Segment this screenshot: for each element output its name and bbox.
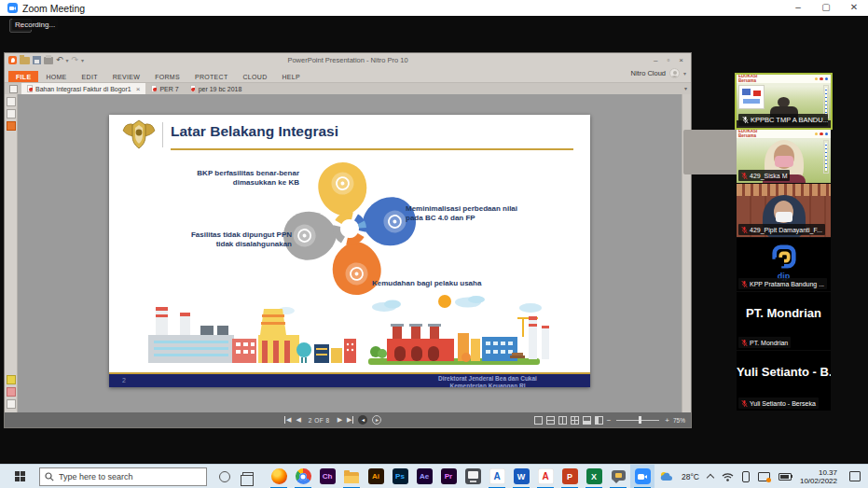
powerpoint-icon: P (562, 468, 578, 484)
header-divider (162, 122, 163, 147)
new-tab-icon[interactable] (9, 85, 18, 93)
attachments-panel-icon[interactable] (7, 387, 16, 397)
taskbar-app-powerpoint[interactable]: P (558, 465, 582, 488)
nitro-minimize-button[interactable]: – (654, 56, 657, 64)
open-icon[interactable] (20, 57, 30, 64)
character-animator-icon: Ch (320, 468, 336, 484)
participant-video-kpp-pratama[interactable]: djp KPP Pratama Bandung ... (737, 238, 831, 291)
taskbar-app-file-explorer[interactable] (339, 465, 364, 488)
undo-dropdown-icon[interactable]: ▾ (66, 57, 69, 63)
taskbar-app-character-animator[interactable]: Ch (315, 465, 339, 488)
slide-page: Latar Belakang Integrasi (109, 115, 590, 387)
document-scrollbar[interactable] (682, 94, 691, 412)
output-panel-icon[interactable] (7, 399, 16, 409)
ribbon-collapse-icon[interactable]: ▾ (684, 85, 687, 91)
zoom-slider-thumb[interactable] (639, 416, 641, 424)
wifi-icon[interactable] (722, 472, 734, 481)
account-avatar[interactable] (669, 68, 680, 78)
ribbon-tab-forms[interactable]: FORMS (147, 71, 187, 82)
taskbar-app-firefox[interactable] (267, 465, 291, 488)
next-page-button[interactable]: ▶ (338, 416, 342, 424)
taskbar-app-chrome[interactable] (291, 465, 315, 488)
doc-tab-bahan-integrasi[interactable]: Bahan Integrasi Faktur di Bogor1 × (21, 83, 145, 94)
select-tool-icon[interactable]: ▾ (81, 57, 84, 63)
maximize-button[interactable]: ▢ (812, 0, 840, 16)
bookmarks-panel-icon[interactable] (7, 121, 16, 131)
ribbon-tab-file[interactable]: FILE (8, 71, 38, 82)
ribbon-tab-review[interactable]: REVIEW (105, 71, 147, 82)
view-continuous-icon[interactable] (546, 416, 555, 425)
taskbar-app-screen-recorder[interactable] (461, 465, 485, 488)
mic-off-icon (741, 226, 748, 234)
taskbar-app-photoshop[interactable]: Ps (388, 465, 412, 488)
nitro-logo-icon[interactable] (8, 56, 17, 64)
view-fit-width-icon[interactable] (583, 416, 591, 425)
label-gray-item: Fasilitas tidak dipungut PPNtidak disala… (146, 230, 292, 249)
ribbon-tab-edit[interactable]: EDIT (75, 71, 105, 82)
zoom-in-button[interactable]: + (665, 416, 669, 425)
taskbar-app-word[interactable]: W (509, 465, 533, 488)
doc-tab-per19[interactable]: per 19 bc 2018 (185, 83, 248, 94)
minimize-button[interactable]: – (784, 0, 812, 16)
taskbar-app-premiere[interactable]: Pr (436, 465, 461, 488)
zoom-slider[interactable] (616, 420, 659, 421)
previous-page-button[interactable]: ◀ (296, 416, 300, 424)
print-icon[interactable] (44, 57, 53, 64)
first-page-button[interactable]: ◀ (284, 416, 291, 424)
task-view-icon[interactable] (242, 472, 254, 481)
display-notification-icon[interactable] (758, 472, 770, 481)
ribbon-tab-home[interactable]: HOME (38, 71, 74, 82)
temperature-label[interactable]: 28°C (682, 472, 699, 481)
save-icon[interactable] (33, 56, 41, 64)
view-facing-icon[interactable] (558, 416, 567, 425)
ribbon-tab-help[interactable]: HELP (275, 71, 309, 82)
taskbar-app-autodesk[interactable]: A (485, 465, 509, 488)
weather-icon[interactable] (660, 471, 673, 481)
nitro-restore-button[interactable]: ▫ (667, 56, 669, 64)
taskbar-app-after-effects[interactable]: Ae (412, 465, 436, 488)
ribbon-tab-cloud[interactable]: CLOUD (235, 71, 274, 82)
page-indicator[interactable]: 2 OF 8 (306, 417, 333, 424)
comments-panel-icon[interactable] (7, 375, 16, 384)
signature-panel-icon[interactable] (7, 109, 16, 119)
taskbar-app-illustrator[interactable]: Ai (364, 465, 388, 488)
history-forward-button[interactable]: ▸ (372, 415, 381, 425)
taskbar-app-zoom[interactable] (630, 465, 654, 488)
close-tab-icon[interactable]: × (136, 85, 141, 93)
search-input[interactable] (59, 472, 189, 481)
battery-icon[interactable] (778, 473, 792, 481)
last-page-button[interactable]: ▶ (347, 416, 353, 424)
nitro-close-button[interactable]: × (679, 56, 683, 64)
participant-video-kppbc[interactable]: EDUKASI Bersama KPPBC TMP A BANDU... (737, 75, 831, 128)
pages-panel-icon[interactable] (7, 97, 16, 106)
redo-icon[interactable]: ↷ (72, 56, 79, 64)
taskbar-app-chat[interactable] (606, 465, 630, 488)
action-center-icon[interactable] (849, 471, 861, 481)
doc-tab-per7[interactable]: PER 7 (145, 83, 184, 94)
autodesk-icon: A (489, 468, 505, 484)
start-button[interactable] (0, 465, 39, 488)
ribbon-tab-protect[interactable]: PROTECT (187, 71, 236, 82)
recording-indicator[interactable]: Recording... (9, 19, 32, 33)
doc-tab-label: per 19 bc 2018 (199, 86, 242, 92)
close-button[interactable]: ✕ (840, 0, 868, 16)
taskbar-app-acrobat[interactable]: A (533, 465, 558, 488)
view-fit-page-icon[interactable] (595, 416, 603, 425)
cortana-icon[interactable] (219, 471, 230, 482)
nitro-cloud-account-label[interactable]: Nitro Cloud (630, 69, 666, 77)
view-grid-icon[interactable] (571, 416, 579, 425)
undo-icon[interactable]: ↶ (56, 56, 63, 64)
participant-video-pipit[interactable]: 429_Pipit Damayanti_F... (737, 184, 831, 237)
participant-video-siska[interactable]: EDUKASI Bersama 429_Siska M (737, 130, 831, 183)
zoom-out-button[interactable]: − (607, 416, 612, 425)
account-dropdown-icon[interactable]: ▾ (683, 70, 686, 77)
taskbar-search[interactable] (39, 467, 207, 486)
participant-tile-yuli[interactable]: Yuli Setianto - B... Yuli Setianto - Ber… (737, 351, 831, 411)
hidden-icons-chevron[interactable] (707, 473, 714, 481)
history-back-button[interactable]: ◂ (358, 415, 367, 425)
clock[interactable]: 10.37 10/02/2022 (800, 468, 837, 485)
view-single-page-icon[interactable] (534, 416, 543, 425)
taskbar-app-excel[interactable]: X (582, 465, 606, 488)
your-phone-icon[interactable] (742, 471, 750, 482)
participant-tile-mondrian[interactable]: PT. Mondrian PT. Mondrian (737, 292, 831, 350)
